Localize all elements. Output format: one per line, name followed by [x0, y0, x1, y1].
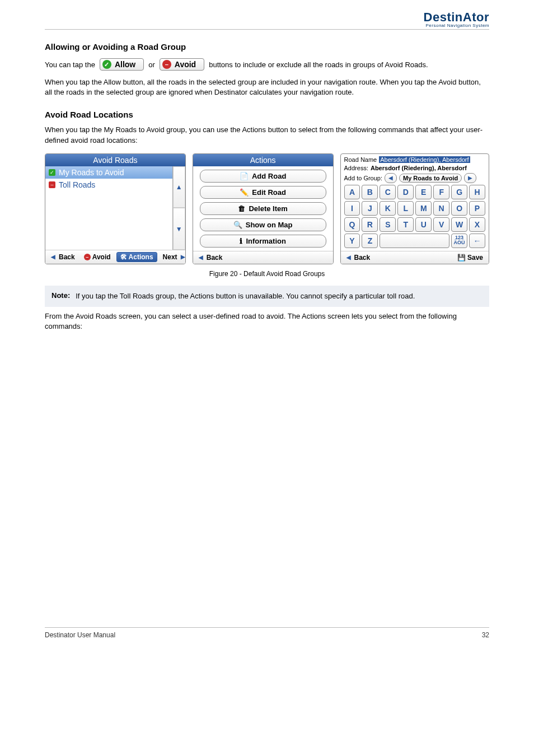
backspace-key[interactable]: ← — [469, 234, 485, 248]
key[interactable]: Y — [344, 234, 360, 248]
page-footer: Destinator User Manual 32 — [45, 627, 489, 639]
info-icon: ℹ — [240, 237, 242, 245]
information-button[interactable]: ℹInformation — [200, 235, 326, 248]
key[interactable]: V — [433, 217, 449, 232]
list-item-my-roads[interactable]: ✓ My Roads to Avoid — [45, 166, 172, 179]
group-label: Add to Group: — [344, 175, 383, 181]
panel-title: Actions — [193, 154, 333, 166]
key[interactable]: K — [380, 201, 396, 216]
space-key[interactable] — [380, 234, 449, 248]
avoid-button[interactable]: – Avoid — [81, 253, 114, 262]
page-number: 32 — [482, 631, 489, 639]
section-avoid-road-locations: Avoid Road Locations — [45, 110, 489, 119]
scroll-up-button[interactable]: ▲ — [173, 166, 185, 208]
key[interactable]: P — [469, 201, 485, 216]
list-label: Toll Roads — [59, 180, 95, 189]
road-editor-panel: Road Name Abersdorf (Riedering), Abersdo… — [340, 153, 489, 264]
note-block: Note: If you tap the Toll Roads group, t… — [45, 286, 489, 307]
allow-button[interactable]: ✓ Allow — [100, 58, 144, 71]
delete-icon: 🗑 — [238, 204, 245, 213]
brand-main: DestinAtor — [424, 11, 489, 24]
address-row: Address: Abersdorf (Riedering), Abersdor… — [344, 165, 485, 171]
paragraph: When you tap the My Roads to Avoid group… — [45, 125, 489, 145]
key[interactable]: C — [380, 185, 396, 199]
key[interactable]: H — [469, 185, 485, 199]
back-button[interactable]: Back — [195, 253, 226, 262]
paragraph: From the Avoid Roads screen, you can sel… — [45, 311, 489, 332]
key[interactable]: W — [451, 217, 467, 232]
note-label: Note: — [51, 291, 70, 300]
save-icon: 💾 — [457, 254, 466, 262]
figure-panels: Avoid Roads ✓ My Roads to Avoid – Toll R… — [45, 153, 489, 264]
key[interactable]: F — [433, 185, 449, 199]
key[interactable]: S — [380, 217, 396, 232]
add-road-button[interactable]: 📄Add Road — [200, 170, 326, 183]
key[interactable]: R — [362, 217, 378, 232]
key[interactable]: U — [415, 217, 432, 232]
add-icon: 📄 — [240, 172, 249, 180]
allow-avoid-sentence: You can tap the ✓ Allow or – Avoid butto… — [45, 58, 489, 71]
footer-title: Destinator User Manual — [45, 631, 115, 639]
scrollbar: ▲ ▼ — [173, 166, 185, 250]
delete-item-button[interactable]: 🗑Delete Item — [200, 202, 326, 215]
address-value: Abersdorf (Riedering), Abersdorf — [371, 165, 467, 171]
actions-panel: Actions 📄Add Road ✏️Edit Road 🗑Delete It… — [193, 153, 334, 264]
avoid-label: Avoid — [175, 60, 196, 69]
address-label: Address: — [344, 165, 368, 171]
group-next-button[interactable]: ▶ — [464, 173, 476, 183]
list-item-toll-roads[interactable]: – Toll Roads — [45, 179, 172, 191]
note-text: If you tap the Toll Roads group, the Act… — [76, 291, 415, 301]
brand-sub: Personal Navigation System — [424, 24, 489, 28]
page-header: DestinAtor Personal Navigation System — [45, 11, 489, 30]
key[interactable]: Z — [362, 234, 378, 248]
check-icon: ✓ — [49, 169, 55, 176]
actions-button[interactable]: 🛠 Actions — [116, 252, 157, 262]
panel-title: Avoid Roads — [45, 154, 185, 166]
key[interactable]: D — [397, 185, 414, 199]
section-allowing-avoiding: Allowing or Avoiding a Road Group — [45, 42, 489, 52]
key[interactable]: O — [451, 201, 467, 216]
key[interactable]: M — [415, 201, 432, 216]
brand-logo: DestinAtor Personal Navigation System — [424, 11, 489, 28]
scroll-down-button[interactable]: ▼ — [173, 208, 185, 250]
key[interactable]: X — [469, 217, 485, 232]
key[interactable]: T — [397, 217, 414, 232]
road-name-label: Road Name — [344, 156, 377, 163]
figure-caption: Figure 20 - Default Avoid Road Groups — [45, 270, 489, 278]
save-button[interactable]: 💾 Save — [454, 253, 486, 262]
back-button[interactable]: Back — [48, 253, 78, 262]
show-on-map-button[interactable]: 🔍Show on Map — [200, 218, 326, 231]
allow-label: Allow — [115, 60, 135, 69]
edit-icon: ✏️ — [240, 188, 249, 197]
text-frag: buttons to include or exclude all the ro… — [209, 60, 428, 69]
key[interactable]: J — [362, 201, 378, 216]
actions-panel-footer: Back — [193, 251, 333, 264]
mode-key[interactable]: 123ÄÖÜ — [451, 234, 467, 248]
kbd-footer: Back 💾 Save — [341, 251, 489, 264]
minus-icon: – — [162, 60, 171, 69]
key[interactable]: A — [344, 185, 360, 199]
minus-icon: – — [49, 181, 55, 188]
key[interactable]: B — [362, 185, 378, 199]
text-frag: You can tap the — [45, 60, 95, 69]
key[interactable]: Q — [344, 217, 360, 232]
key[interactable]: E — [415, 185, 432, 199]
key[interactable]: G — [451, 185, 467, 199]
road-name-input[interactable]: Abersdorf (Riedering), Abersdorf — [379, 156, 470, 163]
key[interactable]: N — [433, 201, 449, 216]
group-value[interactable]: My Roads to Avoid — [399, 174, 462, 183]
key[interactable]: I — [344, 201, 360, 216]
keyboard: A B C D E F G H I J K L M N O P Q — [344, 185, 485, 248]
paragraph: When you tap the Allow button, all the r… — [45, 77, 489, 97]
group-prev-button[interactable]: ◀ — [385, 173, 397, 183]
group-row: Add to Group: ◀ My Roads to Avoid ▶ — [344, 173, 485, 183]
road-name-row: Road Name Abersdorf (Riedering), Abersdo… — [344, 156, 485, 163]
minus-icon: – — [84, 254, 91, 260]
edit-road-button[interactable]: ✏️Edit Road — [200, 186, 326, 199]
avoid-button[interactable]: – Avoid — [160, 58, 204, 71]
back-button[interactable]: Back — [343, 253, 374, 262]
key[interactable]: L — [397, 201, 414, 216]
avoid-roads-list: ✓ My Roads to Avoid – Toll Roads — [45, 166, 173, 250]
list-label: My Roads to Avoid — [59, 168, 124, 177]
next-button[interactable]: Next — [160, 253, 186, 262]
